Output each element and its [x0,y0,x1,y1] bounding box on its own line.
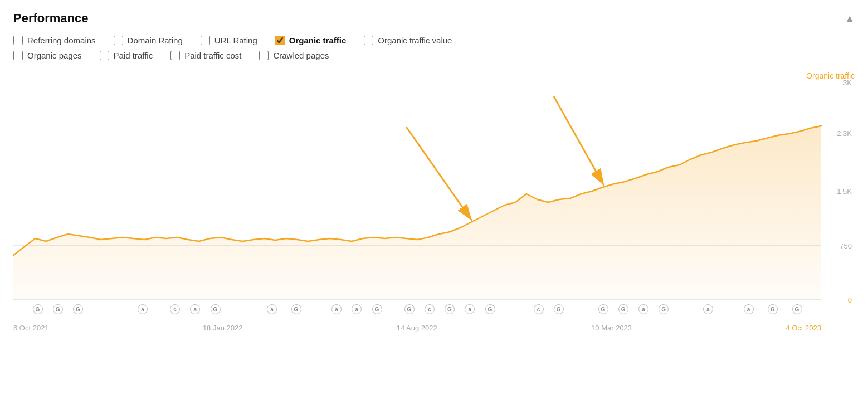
checkbox-organic-traffic[interactable]: Organic traffic [275,36,347,45]
google-update-icon: a [138,304,148,314]
checkbox-organic-pages-input[interactable] [13,51,23,60]
google-update-icon: G [445,304,455,314]
checkbox-paid-traffic-cost-label: Paid traffic cost [184,51,241,60]
google-update-icon: G [291,304,301,314]
checkbox-url-rating-label: URL Rating [214,36,257,45]
y-tick-2-3k: 2.3K [837,129,852,137]
y-tick-750: 750 [840,241,852,250]
svg-line-0 [406,127,472,221]
google-update-icon: G [598,304,608,314]
checkbox-referring-domains-input[interactable] [13,36,23,45]
x-label-oct2023: 4 Oct 2023 [786,324,821,332]
page-title: Performance [13,11,89,26]
checkbox-organic-traffic-value-label: Organic traffic value [378,36,452,45]
google-update-icon: a [331,304,342,314]
google-update-icon: G [372,304,382,314]
checkbox-organic-traffic-value-input[interactable] [364,36,373,45]
checkbox-organic-pages[interactable]: Organic pages [13,51,82,60]
checkbox-domain-rating[interactable]: Domain Rating [114,36,183,45]
y-tick-0: 0 [848,296,852,304]
x-label-aug2022: 14 Aug 2022 [397,324,437,332]
x-label-jan2022: 18 Jan 2022 [203,324,243,332]
google-update-icon: G [659,304,669,314]
y-tick-3k: 3K [843,79,852,87]
google-update-icon: a [267,304,277,314]
checkbox-url-rating-input[interactable] [201,36,210,45]
checkbox-crawled-pages-label: Crawled pages [273,51,329,60]
checkbox-referring-domains-label: Referring domains [27,36,96,45]
checkbox-domain-rating-input[interactable] [114,36,123,45]
google-update-icon: G [53,304,63,314]
chart-area: 3K 2.3K 1.5K 750 0 [13,82,821,300]
chart-svg [13,82,821,300]
checkbox-crawled-pages[interactable]: Crawled pages [259,51,329,60]
checkbox-organic-traffic-input[interactable] [275,36,285,45]
checkbox-domain-rating-label: Domain Rating [128,36,183,45]
google-update-icon: G [33,304,43,314]
checkbox-paid-traffic[interactable]: Paid traffic [100,51,153,60]
checkbox-paid-traffic-label: Paid traffic [114,51,153,60]
google-update-icon: a [744,304,754,314]
checkboxes-row-1: Referring domains Domain Rating URL Rati… [13,36,855,45]
google-update-icon: a [190,304,200,314]
checkbox-organic-traffic-value[interactable]: Organic traffic value [364,36,452,45]
google-update-icon: a [638,304,648,314]
google-update-icon: G [768,304,778,314]
checkbox-paid-traffic-input[interactable] [100,51,109,60]
checkbox-crawled-pages-input[interactable] [259,51,269,60]
google-update-icon: G [211,304,221,314]
checkbox-organic-traffic-label: Organic traffic [289,36,347,45]
checkbox-paid-traffic-cost-input[interactable] [170,51,180,60]
google-update-icon: c [425,304,435,314]
collapse-icon[interactable]: ▲ [845,13,855,25]
page-header: Performance ▲ [13,11,855,26]
y-tick-1-5k: 1.5K [837,187,852,196]
checkbox-organic-pages-label: Organic pages [27,51,82,60]
google-update-icon: G [792,304,802,314]
checkbox-referring-domains[interactable]: Referring domains [13,36,96,45]
svg-line-1 [554,96,604,186]
x-label-oct2021: 6 Oct 2021 [13,324,49,332]
checkbox-url-rating[interactable]: URL Rating [201,36,257,45]
google-icons-row: G G G a c a G a G a a G G c G a G c G G … [13,304,821,317]
google-update-icon: G [618,304,628,314]
google-update-icon: G [404,304,415,314]
google-update-icon: a [703,304,713,314]
google-update-icon: c [170,304,180,314]
google-update-icon: a [352,304,362,314]
google-update-icon: G [554,304,564,314]
google-update-icon: a [465,304,475,314]
google-update-icon: G [485,304,495,314]
google-update-icon: c [534,304,544,314]
google-update-icon: G [73,304,83,314]
checkbox-paid-traffic-cost[interactable]: Paid traffic cost [170,51,241,60]
x-axis-labels: 6 Oct 2021 18 Jan 2022 14 Aug 2022 10 Ma… [13,317,821,333]
checkboxes-row-2: Organic pages Paid traffic Paid traffic … [13,51,855,60]
x-label-mar2023: 10 Mar 2023 [591,324,632,332]
chart-container: Organic traffic 3K 2.3K 1.5K 750 0 [13,71,855,333]
